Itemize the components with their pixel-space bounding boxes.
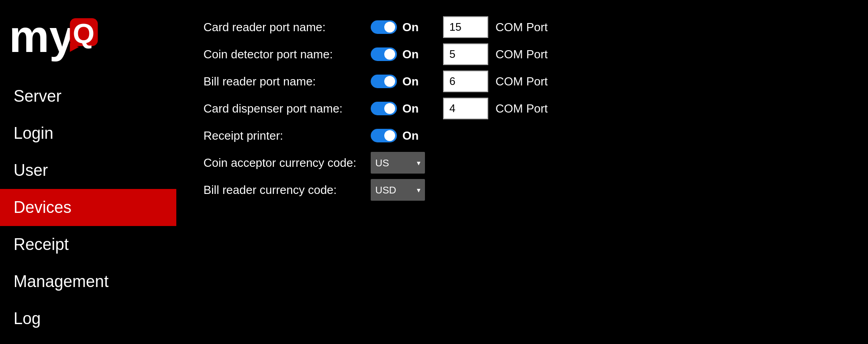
sidebar-item-management[interactable]: Management	[0, 263, 176, 300]
form-row-coin-detector-port: Coin detector port name:OnCOM Port	[203, 41, 841, 68]
toggle-label-coin-detector-port: On	[402, 47, 419, 61]
form-row-card-reader-port: Card reader port name:OnCOM Port	[203, 14, 841, 41]
sidebar: my Q ServerLoginUserDevicesReceiptManage…	[0, 0, 176, 344]
form-row-receipt-printer: Receipt printer:On	[203, 122, 841, 149]
dropdown-wrapper-bill-reader-currency: USDUSEURGBP▾	[371, 179, 425, 201]
sidebar-nav: ServerLoginUserDevicesReceiptManagementL…	[0, 78, 176, 344]
toggle-container-card-reader-port: On	[371, 20, 443, 34]
toggle-knob-card-dispenser-port	[384, 103, 395, 114]
logo-area: my Q	[0, 5, 176, 78]
form-row-bill-reader-port: Bill reader port name:OnCOM Port	[203, 68, 841, 95]
port-input-bill-reader-port[interactable]	[443, 71, 488, 92]
toggle-switch-card-reader-port[interactable]	[371, 20, 397, 34]
com-label-bill-reader-port: COM Port	[495, 75, 548, 89]
toggle-switch-coin-detector-port[interactable]	[371, 47, 397, 61]
toggle-label-bill-reader-port: On	[402, 75, 419, 89]
sidebar-item-receipt[interactable]: Receipt	[0, 226, 176, 263]
form-row-bill-reader-currency: Bill reader currency code:USDUSEURGBP▾	[203, 176, 841, 203]
dropdown-coin-acceptor-currency[interactable]: USUSDEURGBP	[371, 152, 425, 174]
field-label-card-reader-port: Card reader port name:	[203, 20, 371, 34]
svg-text:my: my	[9, 13, 75, 61]
toggle-knob-card-reader-port	[384, 22, 395, 33]
dropdown-bill-reader-currency[interactable]: USDUSEURGBP	[371, 179, 425, 201]
form-row-coin-acceptor-currency: Coin acceptor currency code:USUSDEURGBP▾	[203, 149, 841, 176]
sidebar-item-about[interactable]: About	[0, 337, 176, 344]
com-label-coin-detector-port: COM Port	[495, 47, 548, 61]
field-label-bill-reader-port: Bill reader port name:	[203, 75, 371, 89]
toggle-switch-bill-reader-port[interactable]	[371, 75, 397, 88]
toggle-container-receipt-printer: On	[371, 129, 443, 143]
form-rows: Card reader port name:OnCOM PortCoin det…	[203, 14, 841, 203]
sidebar-item-user[interactable]: User	[0, 152, 176, 189]
toggle-container-card-dispenser-port: On	[371, 102, 443, 116]
dropdown-wrapper-coin-acceptor-currency: USUSDEURGBP▾	[371, 152, 425, 174]
toggle-switch-card-dispenser-port[interactable]	[371, 102, 397, 115]
toggle-switch-receipt-printer[interactable]	[371, 129, 397, 142]
toggle-label-card-dispenser-port: On	[402, 102, 419, 116]
port-input-card-dispenser-port[interactable]	[443, 98, 488, 119]
form-row-card-dispenser-port: Card dispenser port name:OnCOM Port	[203, 95, 841, 122]
port-input-card-reader-port[interactable]	[443, 16, 488, 38]
com-label-card-reader-port: COM Port	[495, 20, 548, 34]
myq-logo: my Q	[9, 13, 99, 62]
toggle-container-coin-detector-port: On	[371, 47, 443, 61]
toggle-label-receipt-printer: On	[402, 129, 419, 143]
field-label-coin-detector-port: Coin detector port name:	[203, 47, 371, 61]
svg-text:Q: Q	[73, 18, 94, 49]
main-content: Card reader port name:OnCOM PortCoin det…	[176, 0, 868, 344]
sidebar-item-devices[interactable]: Devices	[0, 189, 176, 226]
toggle-label-card-reader-port: On	[402, 20, 419, 34]
sidebar-item-log[interactable]: Log	[0, 300, 176, 337]
toggle-knob-receipt-printer	[384, 130, 395, 141]
field-label-coin-acceptor-currency: Coin acceptor currency code:	[203, 156, 371, 170]
toggle-knob-bill-reader-port	[384, 76, 395, 87]
toggle-knob-coin-detector-port	[384, 49, 395, 60]
port-input-coin-detector-port[interactable]	[443, 43, 488, 65]
sidebar-item-login[interactable]: Login	[0, 115, 176, 152]
com-label-card-dispenser-port: COM Port	[495, 102, 548, 116]
toggle-container-bill-reader-port: On	[371, 75, 443, 89]
field-label-bill-reader-currency: Bill reader currency code:	[203, 183, 371, 197]
field-label-receipt-printer: Receipt printer:	[203, 129, 371, 143]
field-label-card-dispenser-port: Card dispenser port name:	[203, 102, 371, 116]
sidebar-item-server[interactable]: Server	[0, 78, 176, 115]
